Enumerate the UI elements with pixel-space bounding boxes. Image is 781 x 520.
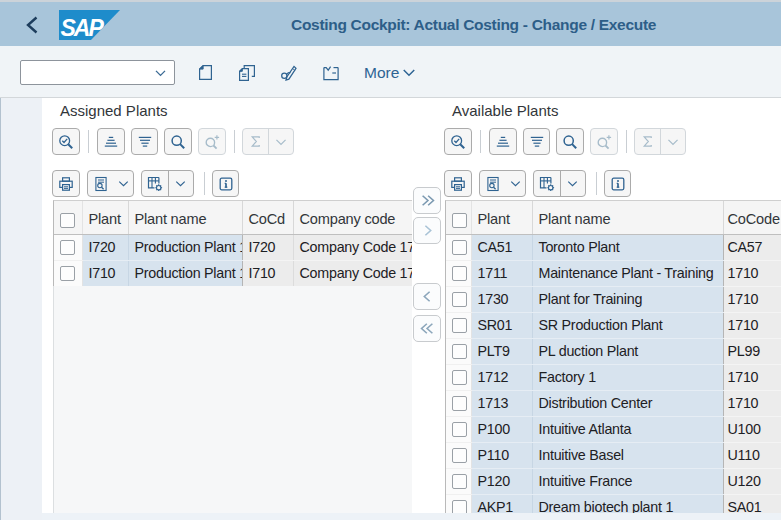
svg-text:SAP: SAP	[61, 15, 105, 40]
